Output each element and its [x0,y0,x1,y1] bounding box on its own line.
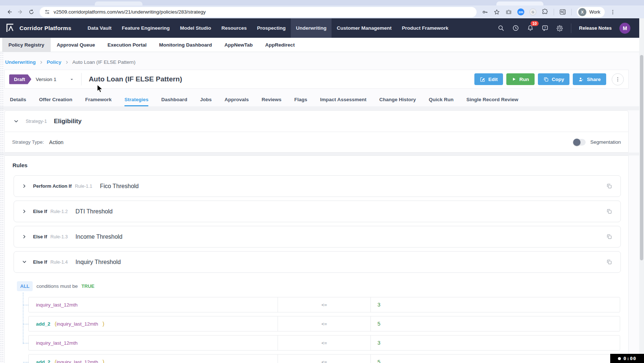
site-settings-icon[interactable] [44,9,50,15]
rule-card-1-1[interactable]: Perform Action If Rule-1.1 Fico Threshol… [14,175,621,197]
release-notes-link[interactable]: Release Notes [579,25,612,31]
tab-offer-creation[interactable]: Offer Creation [39,94,72,106]
condition-row[interactable]: inquiry_last_12mth <= 3 [28,297,620,312]
help-chat-icon[interactable]: ? [542,25,549,32]
search-icon[interactable] [498,25,504,32]
share-button[interactable]: Share [573,73,606,85]
tab-approvals[interactable]: Approvals [224,94,249,106]
tab-strategies[interactable]: Strategies [124,94,148,106]
zoom-extension-icon[interactable]: zm [517,8,524,15]
chevron-right-icon[interactable] [22,184,27,188]
forward-button[interactable] [15,7,26,18]
breadcrumb-policy[interactable]: Policy [47,59,61,65]
chevron-down-icon[interactable] [14,119,19,124]
nav-item-feature-engineering[interactable]: Feature Engineering [117,18,175,38]
extensions-puzzle-icon[interactable] [542,8,549,15]
rule-card-1-2[interactable]: Else If Rule-1.2 DTI Threshold [14,201,621,222]
reload-icon [28,9,35,15]
duplicate-rule-icon[interactable] [606,183,612,189]
bookmark-star-icon[interactable] [493,9,500,15]
history-clock-icon[interactable] [512,25,519,32]
chevron-right-icon[interactable] [22,234,27,239]
tab-jobs[interactable]: Jobs [200,94,212,106]
strategy-header[interactable]: Strategy-1 Eligibility [4,110,629,132]
duplicate-rule-icon[interactable] [606,259,612,265]
condition-row[interactable]: add_2 ( inquiry_last_12mth ) <= 5 [28,354,620,363]
rule-card-1-3[interactable]: Else If Rule-1.3 Income Threshold [14,226,621,247]
nav-item-resources[interactable]: Resources [216,18,252,38]
subnav-approval-queue[interactable]: Approval Queue [51,38,101,52]
subnav-appredirect[interactable]: AppRedirect [259,38,301,52]
back-button[interactable] [4,7,15,18]
scrollbar-thumb[interactable] [640,55,643,260]
condition-field[interactable]: inquiry_last_12mth [57,321,98,327]
settings-gear-icon[interactable] [556,25,563,32]
chevron-right-icon[interactable] [22,209,27,214]
condition-function[interactable]: add_2 [36,359,50,363]
grammarly-extension-icon[interactable]: G [529,8,536,15]
condition-value[interactable]: 5 [371,316,620,331]
subnav-appnewtab[interactable]: AppNewTab [218,38,259,52]
nav-item-model-studio[interactable]: Model Studio [175,18,216,38]
chevron-down-icon[interactable] [22,260,27,264]
condition-row[interactable]: inquiry_last_12mth <= 3 [28,335,620,351]
duplicate-rule-icon[interactable] [606,208,612,214]
notifications-bell-icon[interactable]: 10 [527,25,534,32]
condition-function[interactable]: add_2 [36,321,50,327]
nav-item-prospecting[interactable]: Prospecting [252,18,291,38]
run-button[interactable]: Run [506,73,534,85]
copy-button[interactable]: Copy [538,73,570,85]
browser-menu-kebab-icon[interactable] [610,9,616,15]
tab-details[interactable]: Details [10,94,26,106]
all-conditions-badge[interactable]: ALL [17,281,33,291]
condition-value[interactable]: 5 [371,355,620,363]
condition-operator[interactable]: <= [278,316,371,331]
breadcrumb-underwriting[interactable]: Underwriting [5,59,36,65]
duplicate-rule-icon[interactable] [606,234,612,240]
conditions-true-label: TRUE [82,283,94,289]
subnav-policy-registry[interactable]: Policy Registry [2,38,51,52]
reload-button[interactable] [26,7,37,18]
condition-operator[interactable]: <= [278,336,371,350]
subnav-execution-portal[interactable]: Execution Portal [101,38,153,52]
condition-operator[interactable]: <= [278,297,371,312]
nav-item-product-framework[interactable]: Product Framework [397,18,454,38]
segmentation-toggle[interactable] [573,139,586,146]
tab-change-history[interactable]: Change History [379,94,416,106]
nav-item-underwriting[interactable]: Underwriting [291,18,332,38]
tab-quick-run[interactable]: Quick Run [429,94,454,106]
edit-button[interactable]: Edit [474,73,503,85]
subnav-monitoring-dashboard[interactable]: Monitoring Dashboard [153,38,218,52]
tab-single-record-review[interactable]: Single Record Review [466,94,518,106]
tab-impact-assessment[interactable]: Impact Assessment [320,94,366,106]
more-actions-kebab-button[interactable] [612,73,624,85]
version-selector[interactable]: Version 1 [36,77,73,82]
segmentation-label: Segmentation [590,139,621,145]
condition-value[interactable]: 3 [371,297,620,312]
condition-operator[interactable]: <= [278,355,371,363]
tab-flags[interactable]: Flags [294,94,307,106]
condition-field[interactable]: inquiry_last_12mth [36,340,77,346]
recording-time: 0:00 [623,356,636,361]
url-text[interactable]: v2509.corridorplatforms.com/ws/21/underw… [54,9,206,15]
browser-active-tab[interactable] [95,1,142,6]
password-key-icon[interactable] [482,9,488,15]
browser-profile-button[interactable]: X Work [577,7,605,17]
page-scrollbar[interactable] [639,18,644,363]
brand[interactable]: Corridor Platforms [6,18,71,38]
address-bar[interactable]: v2509.corridorplatforms.com/ws/21/underw… [40,7,477,17]
condition-field[interactable]: inquiry_last_12mth [57,359,98,363]
condition-value[interactable]: 3 [371,336,620,350]
screenshot-camera-icon[interactable] [505,8,512,15]
rule-card-1-4[interactable]: Else If Rule-1.4 Inquiry Threshold [14,251,621,273]
user-avatar[interactable]: M [619,23,630,34]
nav-item-data-vault[interactable]: Data Vault [82,18,116,38]
tab-dashboard[interactable]: Dashboard [161,94,187,106]
tab-framework[interactable]: Framework [85,94,112,106]
nav-item-customer-management[interactable]: Customer Management [332,18,397,38]
condition-row[interactable]: add_2 ( inquiry_last_12mth ) <= 5 [28,316,620,331]
tab-reviews[interactable]: Reviews [261,94,281,106]
browser-inactive-tab[interactable] [496,1,543,6]
condition-field[interactable]: inquiry_last_12mth [36,302,77,308]
side-panel-search-icon[interactable] [559,8,566,15]
